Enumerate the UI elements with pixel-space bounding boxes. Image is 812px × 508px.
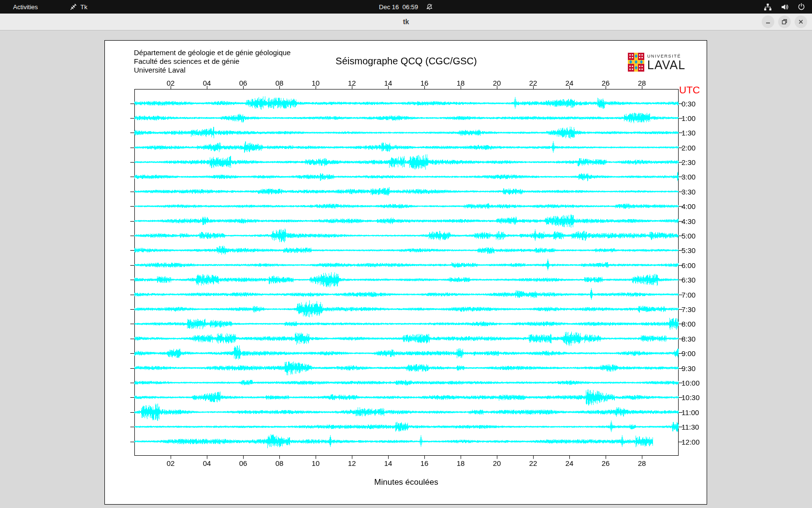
trace-time-label: 2:00 [682, 143, 696, 151]
x-tick-label-bottom: 06 [239, 459, 247, 467]
x-tick-label-top: 10 [312, 79, 320, 87]
x-tick-label-top: 20 [493, 79, 501, 87]
system-status-area[interactable] [764, 0, 805, 14]
laval-shield-icon [628, 53, 644, 74]
seismograph-canvas: Département de géologie et de génie géol… [104, 40, 707, 505]
x-tick-label-bottom: 08 [276, 459, 284, 467]
x-tick-label-top: 02 [167, 79, 175, 87]
x-tick-label-top: 04 [203, 79, 211, 87]
x-tick-label-bottom: 04 [203, 459, 211, 467]
x-tick-label-bottom: 02 [167, 459, 175, 467]
trace-time-label: 8:00 [682, 320, 696, 328]
trace-time-label: 4:30 [682, 217, 696, 225]
activities-button[interactable]: Activities [0, 0, 46, 14]
tk-window-content: Département de géologie et de génie géol… [0, 30, 812, 508]
plot-title: Séismographe QCQ (CGC/GSC) [134, 56, 678, 67]
app-indicator-label: Tk [80, 3, 87, 11]
window-title: tk [0, 14, 812, 30]
volume-icon [781, 3, 789, 11]
x-tick-label-top: 06 [239, 79, 247, 87]
x-tick-label-bottom: 12 [348, 459, 356, 467]
power-icon [798, 3, 805, 11]
minimize-button[interactable] [762, 15, 774, 28]
trace-time-label: 11:30 [682, 423, 699, 431]
tk-feather-icon [70, 3, 77, 11]
x-tick-label-bottom: 28 [638, 459, 646, 467]
network-wired-icon [764, 3, 772, 11]
universite-laval-logo: UNIVERSITÉ LAVAL [628, 53, 685, 74]
trace-time-label: 9:00 [682, 349, 696, 358]
trace-time-label: 0:30 [682, 99, 696, 107]
trace-time-label: 6:30 [682, 276, 696, 284]
seismogram-plot [105, 41, 707, 504]
clock-menu[interactable]: Dec 16 06:59 [379, 0, 433, 14]
x-axis-title: Minutes écoulées [134, 478, 678, 487]
x-tick-label-top: 24 [566, 79, 574, 87]
trace-time-label: 10:00 [682, 378, 700, 387]
maximize-button[interactable] [778, 15, 791, 28]
logo-laval-text: LAVAL [647, 59, 685, 71]
trace-time-label: 8:30 [682, 334, 696, 343]
x-tick-label-top: 08 [276, 79, 284, 87]
x-tick-label-bottom: 26 [602, 459, 610, 467]
x-tick-label-top: 28 [638, 79, 646, 87]
x-tick-label-top: 16 [420, 79, 429, 87]
trace-time-label: 7:00 [682, 290, 696, 299]
trace-time-label: 9:30 [682, 364, 696, 372]
trace-time-label: 11:00 [682, 408, 699, 416]
x-tick-label-top: 14 [384, 79, 392, 87]
x-tick-label-bottom: 20 [493, 459, 501, 467]
trace-time-label: 1:00 [682, 114, 696, 122]
x-tick-label-top: 26 [602, 79, 610, 87]
gnome-top-bar: Activities Tk Dec 16 06:59 [0, 0, 812, 14]
clock-label: Dec 16 06:59 [379, 3, 418, 11]
trace-time-label: 5:00 [682, 232, 696, 240]
trace-time-label: 5:30 [682, 246, 696, 254]
trace-time-label: 2:30 [682, 158, 696, 166]
x-tick-label-bottom: 22 [529, 459, 537, 467]
window-titlebar[interactable]: tk [0, 14, 812, 30]
x-tick-label-top: 12 [348, 79, 356, 87]
x-tick-label-top: 18 [457, 79, 465, 87]
trace-time-label: 10:30 [682, 393, 700, 402]
focused-app-indicator[interactable]: Tk [70, 0, 87, 14]
trace-time-label: 12:00 [682, 437, 700, 446]
trace-time-label: 7:30 [682, 305, 696, 313]
x-tick-label-top: 22 [529, 79, 537, 87]
trace-time-label: 6:00 [682, 261, 696, 269]
x-tick-label-bottom: 16 [420, 459, 429, 467]
trace-time-label: 4:00 [682, 202, 696, 210]
utc-axis-label: UTC [679, 84, 700, 96]
x-tick-label-bottom: 14 [384, 459, 392, 467]
x-tick-label-bottom: 10 [312, 459, 320, 467]
trace-time-label: 1:30 [682, 129, 696, 137]
x-tick-label-bottom: 24 [566, 459, 574, 467]
notifications-muted-icon [426, 3, 433, 11]
trace-time-label: 3:30 [682, 187, 696, 195]
close-button[interactable] [795, 15, 807, 28]
trace-time-label: 3:00 [682, 173, 696, 181]
x-tick-label-bottom: 18 [457, 459, 465, 467]
